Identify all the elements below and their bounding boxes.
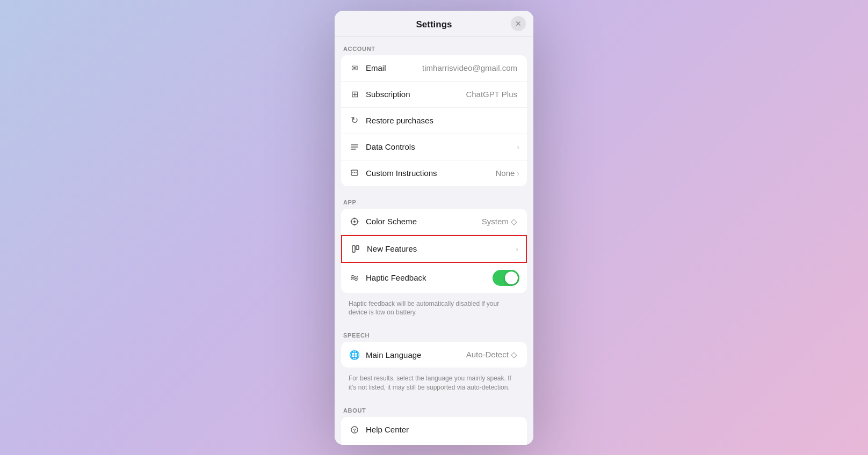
- haptic-feedback-label: Haptic Feedback: [366, 273, 493, 282]
- help-center-row[interactable]: ? Help Center: [341, 417, 527, 443]
- main-language-value: Auto-Detect ◇: [466, 350, 517, 359]
- data-controls-row[interactable]: Data Controls ›: [341, 134, 527, 160]
- modal-title: Settings: [416, 19, 452, 30]
- modal-shadow: Settings ✕ ACCOUNT ✉ Email timharrisvide…: [335, 11, 533, 445]
- terms-of-use-row[interactable]: Terms of Use: [341, 443, 527, 445]
- main-language-row[interactable]: 🌐 Main Language Auto-Detect ◇: [341, 342, 527, 368]
- help-center-label: Help Center: [366, 425, 519, 434]
- subscription-value: ChatGPT Plus: [466, 90, 517, 99]
- modal-header: Settings ✕: [335, 11, 533, 37]
- account-group: ✉ Email timharrisvideo@gmail.com ⊞ Subsc…: [341, 55, 527, 186]
- email-value: timharrisvideo@gmail.com: [422, 63, 517, 72]
- new-features-label: New Features: [367, 244, 516, 253]
- main-language-label: Main Language: [366, 350, 466, 359]
- data-controls-icon: [349, 141, 360, 153]
- custom-instructions-chevron: ›: [517, 169, 519, 178]
- svg-rect-14: [356, 246, 359, 249]
- app-section-label: APP: [335, 190, 533, 209]
- custom-instructions-value: None: [495, 168, 515, 178]
- speech-group: 🌐 Main Language Auto-Detect ◇: [341, 342, 527, 368]
- data-controls-chevron: ›: [517, 143, 519, 151]
- svg-point-5: [354, 172, 355, 173]
- svg-point-6: [356, 172, 357, 173]
- main-language-icon: 🌐: [349, 349, 360, 361]
- svg-rect-13: [352, 246, 355, 252]
- data-controls-label: Data Controls: [366, 142, 517, 151]
- custom-instructions-row[interactable]: Custom Instructions None ›: [341, 160, 527, 186]
- about-section-label: ABOUT: [335, 399, 533, 417]
- email-label: Email: [366, 63, 422, 72]
- haptic-feedback-row[interactable]: Haptic Feedback: [341, 263, 527, 293]
- new-features-row[interactable]: New Features ›: [341, 235, 527, 263]
- custom-instructions-icon: [349, 167, 360, 179]
- account-section-label: ACCOUNT: [335, 37, 533, 55]
- haptic-feedback-toggle[interactable]: [493, 270, 519, 286]
- close-icon: ✕: [515, 19, 522, 28]
- app-group: Color Scheme System ◇ New Features ›: [341, 209, 527, 293]
- restore-label: Restore purchases: [366, 116, 519, 125]
- svg-point-4: [352, 172, 353, 173]
- restore-icon: ↻: [349, 115, 360, 127]
- speech-section-label: SPEECH: [335, 324, 533, 342]
- subscription-row[interactable]: ⊞ Subscription ChatGPT Plus: [341, 82, 527, 108]
- svg-point-8: [353, 221, 356, 223]
- new-features-chevron: ›: [516, 245, 518, 253]
- color-scheme-icon: [349, 216, 360, 228]
- color-scheme-value: System ◇: [482, 217, 517, 226]
- toggle-thumb: [505, 271, 518, 284]
- email-row[interactable]: ✉ Email timharrisvideo@gmail.com: [341, 55, 527, 82]
- subscription-icon: ⊞: [349, 89, 360, 100]
- subscription-label: Subscription: [366, 90, 466, 99]
- restore-purchases-row[interactable]: ↻ Restore purchases: [341, 108, 527, 134]
- haptic-feedback-icon: [349, 272, 360, 284]
- settings-modal: Settings ✕ ACCOUNT ✉ Email timharrisvide…: [335, 11, 533, 445]
- svg-text:?: ?: [353, 428, 356, 433]
- about-group: ? Help Center Terms of Use: [341, 417, 527, 445]
- help-center-icon: ?: [349, 424, 360, 436]
- language-hint: For best results, select the language yo…: [341, 372, 527, 399]
- custom-instructions-label: Custom Instructions: [366, 168, 495, 178]
- email-icon: ✉: [349, 62, 360, 74]
- haptic-hint: Haptic feedback will be automatically di…: [341, 297, 527, 324]
- new-features-icon: [350, 243, 361, 255]
- toggle-track: [493, 270, 519, 286]
- modal-body: ACCOUNT ✉ Email timharrisvideo@gmail.com…: [335, 37, 533, 445]
- color-scheme-label: Color Scheme: [366, 217, 482, 226]
- close-button[interactable]: ✕: [511, 16, 526, 31]
- color-scheme-row[interactable]: Color Scheme System ◇: [341, 209, 527, 235]
